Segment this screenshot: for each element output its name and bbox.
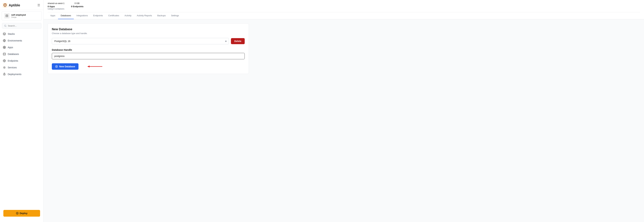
database-handle-input[interactable] [52, 53, 245, 59]
arrow-indicator [82, 65, 103, 68]
plus-circle-btn-icon [55, 65, 58, 68]
tabs: Apps Databases Integrations Endpoints Ce… [48, 12, 640, 19]
main-content: shared-us-west-1 0 GB 0 Apps Using 0 con… [44, 0, 644, 222]
new-database-button[interactable]: New Database [52, 63, 78, 70]
database-icon [3, 52, 6, 56]
tab-certificates[interactable]: Certificates [106, 12, 122, 19]
sidebar: Aptible ☰ self employed Zanga [0, 0, 44, 222]
plus-circle-icon [16, 212, 18, 214]
tab-activity-reports[interactable]: Activity Reports [134, 12, 155, 19]
environments-label: Environments [8, 39, 22, 42]
deploy-button[interactable]: Deploy [3, 210, 40, 217]
org-sub: Zanga [11, 16, 39, 18]
arrow-icon [82, 65, 103, 68]
aptible-logo-icon [3, 3, 8, 8]
svg-rect-3 [7, 15, 8, 16]
stacks-label: Stacks [8, 33, 15, 35]
action-row: New Database [52, 63, 245, 70]
db-type-select[interactable]: PostgreSQL 16 PostgreSQL 15 PostgreSQL 1… [52, 38, 229, 44]
endpoint-icon [3, 59, 6, 63]
cube-icon [3, 46, 6, 49]
org-selector[interactable]: self employed Zanga [2, 11, 42, 20]
search-icon [4, 25, 6, 27]
sidebar-item-stacks[interactable]: Stacks [0, 31, 44, 37]
endpoints-stat: 0 Endpoints [71, 5, 83, 10]
content-area: New Database Choose a database type and … [44, 19, 644, 222]
tab-backups[interactable]: Backups [155, 12, 168, 19]
top-stats: shared-us-west-1 0 GB 0 Apps Using 0 con… [44, 0, 644, 19]
location-value: shared-us-west-1 [48, 2, 64, 5]
search-input[interactable] [8, 25, 39, 27]
svg-rect-2 [6, 15, 7, 16]
new-database-card: New Database Choose a database type and … [48, 23, 249, 74]
card-subtitle: Choose a database type and handle. [52, 32, 245, 35]
deployments-label: Deployments [8, 73, 22, 76]
search-container [0, 22, 44, 30]
svg-point-7 [3, 53, 6, 54]
tab-activity[interactable]: Activity [122, 12, 134, 19]
delete-button[interactable]: Delete [231, 38, 245, 44]
svg-marker-14 [88, 66, 90, 68]
sidebar-item-deployments[interactable]: Deployments [0, 71, 44, 78]
location-row: shared-us-west-1 0 GB [48, 2, 640, 5]
tab-settings[interactable]: Settings [168, 12, 182, 19]
deploy-label: Deploy [20, 212, 28, 214]
sidebar-header: Aptible ☰ [0, 0, 44, 10]
search-input-wrap [2, 23, 42, 29]
services-label: Services [8, 66, 17, 69]
deployments-icon [3, 73, 6, 76]
logo: Aptible [3, 3, 20, 8]
apps-sub: Using 0 containers [48, 8, 64, 10]
layers-icon [3, 32, 6, 36]
storage-value: 0 GB [74, 2, 80, 5]
nav-section: Stacks Environments Apps Databases [0, 30, 44, 78]
apps-count: 0 Apps [48, 5, 64, 8]
hamburger-button[interactable]: ☰ [37, 3, 41, 8]
sidebar-item-endpoints[interactable]: Endpoints [0, 57, 44, 64]
db-type-row: PostgreSQL 16 PostgreSQL 15 PostgreSQL 1… [52, 38, 245, 44]
tab-apps[interactable]: Apps [48, 12, 58, 19]
sidebar-item-environments[interactable]: Environments [0, 37, 44, 44]
org-info: self employed Zanga [11, 14, 39, 18]
globe-icon [3, 39, 6, 42]
logo-text: Aptible [9, 3, 20, 7]
tab-integrations[interactable]: Integrations [74, 12, 90, 19]
stats-row: 0 Apps Using 0 containers 0 Endpoints [48, 5, 640, 12]
sidebar-item-apps[interactable]: Apps [0, 44, 44, 51]
tab-databases[interactable]: Databases [58, 12, 74, 19]
org-icon [4, 13, 10, 19]
handle-label: Database Handle [52, 48, 245, 51]
services-icon [3, 66, 6, 69]
tab-endpoints[interactable]: Endpoints [90, 12, 106, 19]
card-title: New Database [52, 28, 245, 31]
apps-stat: 0 Apps Using 0 containers [48, 5, 64, 10]
svg-rect-1 [6, 15, 8, 17]
new-db-btn-label: New Database [59, 65, 75, 68]
db-select-wrap: PostgreSQL 16 PostgreSQL 15 PostgreSQL 1… [52, 38, 229, 44]
org-name: self employed [11, 14, 39, 16]
svg-rect-4 [6, 16, 8, 17]
sidebar-item-services[interactable]: Services [0, 64, 44, 71]
sidebar-item-databases[interactable]: Databases [0, 51, 44, 57]
apps-label: Apps [8, 46, 13, 49]
svg-point-9 [4, 60, 5, 61]
databases-label: Databases [8, 53, 19, 55]
endpoints-label: Endpoints [8, 60, 18, 62]
endpoints-count: 0 Endpoints [71, 5, 83, 8]
